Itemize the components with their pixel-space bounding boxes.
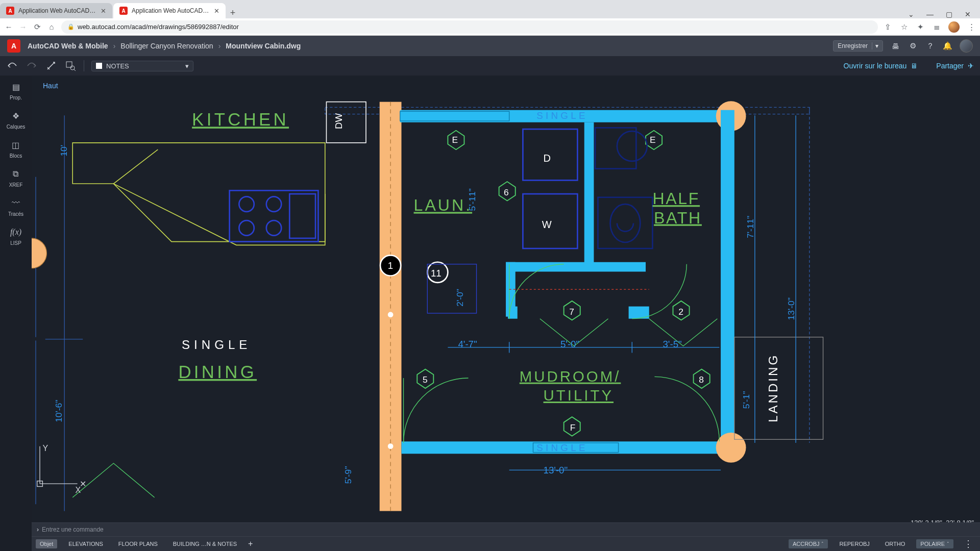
nav-layers[interactable]: ❖Calques bbox=[7, 110, 26, 130]
svg-text:HALF: HALF bbox=[652, 189, 700, 208]
kebab-icon[interactable]: ⋮ bbox=[967, 22, 976, 32]
svg-text:2'-0": 2'-0" bbox=[455, 289, 465, 307]
svg-text:SINGLE: SINGLE bbox=[182, 338, 251, 352]
browser-tab[interactable]: A Application Web AutoCAD – Visu ✕ bbox=[113, 3, 226, 18]
svg-text:13'-0": 13'-0" bbox=[786, 297, 796, 320]
share-page-icon[interactable]: ⇪ bbox=[883, 22, 892, 32]
nav-back-icon[interactable]: ← bbox=[4, 22, 13, 31]
view-cube-link[interactable]: Haut bbox=[43, 82, 58, 90]
bell-icon[interactable]: 🔔 bbox=[942, 41, 952, 51]
chevron-right-icon: › bbox=[218, 42, 221, 50]
svg-text:5'-0": 5'-0" bbox=[560, 339, 579, 349]
toggle-polaire[interactable]: POLAIRE˄ bbox=[916, 539, 953, 548]
chevron-up-icon[interactable]: ˄ bbox=[821, 541, 824, 546]
svg-text:SINGLE: SINGLE bbox=[536, 110, 588, 121]
url-input[interactable]: 🔒 web.autocad.com/acad/me/drawings/58699… bbox=[61, 20, 878, 34]
svg-point-31 bbox=[716, 433, 746, 463]
measure-icon[interactable] bbox=[45, 60, 57, 72]
tab-floorplans[interactable]: FLOOR PLANS bbox=[114, 539, 162, 548]
reading-list-icon[interactable]: ≣ bbox=[932, 22, 941, 32]
toggle-accrobj[interactable]: ACCROBJ˄ bbox=[789, 539, 828, 548]
svg-text:5'-9": 5'-9" bbox=[343, 466, 353, 484]
user-avatar[interactable] bbox=[960, 39, 973, 53]
tab-elevations[interactable]: ELEVATIONS bbox=[64, 539, 107, 548]
tab-model[interactable]: Objet bbox=[36, 539, 57, 548]
svg-text:7'-11": 7'-11" bbox=[745, 216, 755, 238]
save-button[interactable]: Enregistrer ▾ bbox=[833, 40, 883, 52]
reload-icon[interactable]: ⟳ bbox=[33, 22, 42, 32]
svg-text:BATH: BATH bbox=[654, 209, 702, 227]
close-icon[interactable]: ✕ bbox=[214, 7, 219, 15]
svg-text:F: F bbox=[570, 422, 576, 433]
nav-xref[interactable]: ⧉XREF bbox=[9, 168, 23, 188]
drawing-svg: ✕ KITCHEN DW LAUN. HALF BATH DINING MUDR… bbox=[32, 76, 980, 551]
svg-text:E: E bbox=[452, 135, 458, 145]
crumb-file: Mountview Cabin.dwg bbox=[226, 42, 301, 50]
browser-address-bar: ← → ⟳ ⌂ 🔒 web.autocad.com/acad/me/drawin… bbox=[0, 18, 980, 36]
svg-text:X: X bbox=[76, 485, 81, 494]
nav-forward-icon[interactable]: → bbox=[18, 22, 28, 31]
share-label: Partager bbox=[936, 62, 964, 70]
drawing-canvas[interactable]: Haut bbox=[32, 76, 980, 551]
svg-rect-23 bbox=[721, 110, 734, 444]
svg-text:5'-11": 5'-11" bbox=[467, 188, 477, 211]
traces-icon: 〰 bbox=[10, 197, 22, 209]
crumb-root[interactable]: AutoCAD Web & Mobile bbox=[28, 42, 108, 50]
close-icon[interactable]: ✕ bbox=[101, 7, 106, 15]
nav-lisp[interactable]: f(x)LISP bbox=[10, 226, 22, 246]
svg-text:8: 8 bbox=[699, 374, 704, 385]
command-line[interactable]: › Entrez une commande bbox=[32, 522, 980, 537]
browser-avatar[interactable] bbox=[948, 21, 960, 33]
nav-blocks[interactable]: ◫Blocs bbox=[10, 139, 22, 159]
layers-icon: ❖ bbox=[10, 110, 22, 122]
add-layout-button[interactable]: + bbox=[248, 539, 253, 548]
redo-icon[interactable] bbox=[26, 60, 38, 72]
lisp-icon: f(x) bbox=[10, 226, 22, 238]
gear-icon[interactable]: ⚙ bbox=[908, 41, 918, 51]
tab-title: Application Web AutoCAD – Visu bbox=[18, 7, 96, 14]
svg-text:DINING: DINING bbox=[178, 362, 257, 382]
chevron-down-icon[interactable]: ⌄ bbox=[908, 10, 914, 18]
autocad-logo[interactable]: A bbox=[7, 39, 20, 53]
window-close-icon[interactable]: ✕ bbox=[965, 10, 971, 18]
layer-dropdown[interactable]: NOTES ▾ bbox=[91, 61, 193, 71]
svg-text:11: 11 bbox=[431, 268, 442, 279]
undo-icon[interactable] bbox=[6, 60, 18, 72]
toggle-ortho[interactable]: ORTHO bbox=[881, 539, 910, 548]
send-icon: ✈ bbox=[968, 62, 974, 70]
browser-tab[interactable]: A Application Web AutoCAD – Visu ✕ bbox=[0, 3, 112, 18]
kebab-icon[interactable]: ⋮ bbox=[961, 538, 976, 549]
desktop-icon: 🖥 bbox=[911, 62, 918, 70]
help-icon[interactable]: ？ bbox=[925, 41, 935, 51]
home-icon[interactable]: ⌂ bbox=[47, 22, 56, 31]
blocks-icon: ◫ bbox=[10, 139, 22, 151]
puzzle-icon[interactable]: ✦ bbox=[916, 22, 925, 32]
crumb-project[interactable]: Bollinger Canyon Renovation bbox=[120, 42, 213, 50]
svg-text:DW: DW bbox=[333, 113, 344, 130]
chevron-up-icon[interactable]: ˄ bbox=[947, 541, 949, 546]
minimize-icon[interactable]: — bbox=[926, 10, 934, 18]
layout-tabs: Objet ELEVATIONS FLOOR PLANS BUILDING …N… bbox=[32, 537, 980, 551]
share-link[interactable]: Partager ✈ bbox=[936, 62, 974, 70]
svg-text:W: W bbox=[542, 219, 552, 230]
url-text: web.autocad.com/acad/me/drawings/5869928… bbox=[78, 23, 239, 31]
svg-rect-15 bbox=[326, 102, 366, 143]
tab-building-notes[interactable]: BUILDING …N & NOTES bbox=[169, 539, 241, 548]
new-tab-button[interactable]: + bbox=[226, 8, 240, 18]
print-icon[interactable]: 🖶 bbox=[890, 42, 900, 51]
nav-properties[interactable]: ▤Prop. bbox=[10, 81, 22, 101]
left-nav: ▤Prop. ❖Calques ◫Blocs ⧉XREF 〰Tracés f(x… bbox=[0, 76, 32, 551]
svg-rect-25 bbox=[506, 262, 646, 272]
maximize-icon[interactable]: ▢ bbox=[946, 10, 952, 18]
svg-point-19 bbox=[388, 443, 394, 449]
chevron-down-icon[interactable]: ▾ bbox=[872, 42, 878, 49]
star-icon[interactable]: ☆ bbox=[899, 22, 909, 32]
zoom-select-icon[interactable] bbox=[64, 60, 77, 72]
toggle-reperobj[interactable]: REPEROBJ bbox=[835, 539, 873, 548]
nav-traces[interactable]: 〰Tracés bbox=[8, 197, 23, 217]
svg-text:7: 7 bbox=[569, 307, 574, 317]
svg-text:Y: Y bbox=[42, 443, 48, 453]
svg-text:5'-1": 5'-1" bbox=[741, 391, 751, 409]
chevron-right-icon: › bbox=[37, 526, 39, 533]
open-desktop-link[interactable]: Ouvrir sur le bureau 🖥 bbox=[844, 62, 918, 70]
